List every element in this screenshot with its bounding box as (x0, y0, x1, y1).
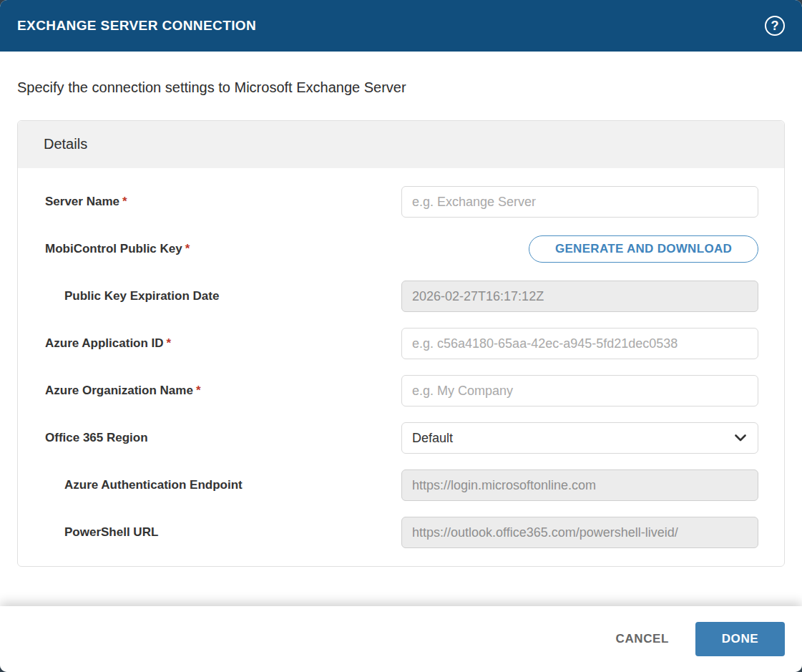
powershell-url-label: PowerShell URL (45, 525, 401, 540)
control (401, 328, 758, 359)
done-button[interactable]: DONE (695, 622, 785, 656)
label-text: Public Key Expiration Date (64, 289, 219, 303)
help-icon-glyph: ? (771, 19, 779, 32)
label-text: Server Name (45, 195, 119, 208)
row-azure-auth-endpoint: Azure Authentication Endpoint (45, 469, 758, 501)
required-asterisk: * (122, 195, 127, 208)
control (401, 375, 758, 406)
azure-auth-endpoint-label: Azure Authentication Endpoint (45, 478, 401, 492)
details-form: Server Name* MobiControl Public Key* GEN… (18, 168, 784, 566)
exchange-server-connection-dialog: EXCHANGE SERVER CONNECTION ? Specify the… (0, 0, 802, 672)
row-server-name: Server Name* (45, 186, 758, 218)
row-expiration-date: Public Key Expiration Date (45, 281, 758, 312)
help-icon[interactable]: ? (765, 16, 785, 36)
label-text: Azure Organization Name (45, 384, 193, 397)
dialog-content: Specify the connection settings to Micro… (0, 52, 802, 606)
control (401, 281, 758, 312)
azure-app-id-input[interactable] (401, 328, 758, 359)
row-powershell-url: PowerShell URL (45, 517, 758, 548)
public-key-label: MobiControl Public Key* (45, 242, 401, 256)
azure-org-name-input[interactable] (401, 375, 758, 406)
office365-region-selected-value: Default (412, 431, 453, 446)
required-asterisk: * (167, 336, 172, 350)
server-name-label: Server Name* (45, 195, 401, 209)
generate-and-download-button[interactable]: GENERATE AND DOWNLOAD (529, 235, 758, 263)
details-panel-title: Details (18, 121, 784, 168)
azure-auth-endpoint-input (401, 469, 758, 501)
dialog-footer: CANCEL DONE (0, 606, 802, 672)
dialog-header: EXCHANGE SERVER CONNECTION ? (0, 0, 802, 52)
cancel-button[interactable]: CANCEL (603, 623, 682, 655)
server-name-input[interactable] (401, 186, 758, 218)
row-public-key: MobiControl Public Key* GENERATE AND DOW… (45, 233, 758, 265)
office365-region-label: Office 365 Region (45, 431, 401, 445)
powershell-url-input (401, 517, 758, 548)
dialog-title: EXCHANGE SERVER CONNECTION (17, 18, 256, 34)
azure-org-name-label: Azure Organization Name* (45, 384, 401, 398)
control (401, 469, 758, 501)
control: Default (401, 422, 758, 454)
dialog-subtitle: Specify the connection settings to Micro… (17, 79, 785, 96)
control (401, 186, 758, 218)
azure-app-id-label: Azure Application ID* (45, 336, 401, 351)
control (401, 517, 758, 548)
details-panel: Details Server Name* MobiControl Public … (17, 120, 785, 567)
expiration-date-label: Public Key Expiration Date (45, 289, 401, 303)
expiration-date-input (401, 281, 758, 312)
required-asterisk: * (196, 384, 201, 397)
control: GENERATE AND DOWNLOAD (401, 235, 758, 263)
label-text: MobiControl Public Key (45, 242, 182, 255)
row-azure-org-name: Azure Organization Name* (45, 375, 758, 406)
row-azure-app-id: Azure Application ID* (45, 328, 758, 359)
label-text: Office 365 Region (45, 431, 148, 444)
required-asterisk: * (185, 242, 190, 255)
office365-region-select[interactable]: Default (401, 422, 758, 454)
label-text: Azure Authentication Endpoint (64, 478, 243, 492)
row-office365-region: Office 365 Region Default (45, 422, 758, 454)
chevron-down-icon (735, 434, 746, 442)
label-text: PowerShell URL (64, 525, 158, 539)
label-text: Azure Application ID (45, 336, 164, 350)
